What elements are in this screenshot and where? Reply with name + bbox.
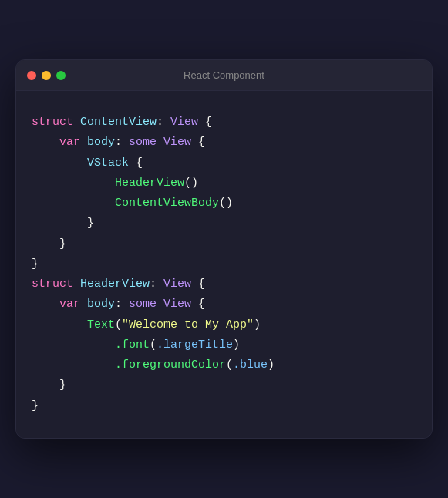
code-line-1: struct ContentView: View {	[32, 113, 413, 133]
code-line-13: .foregroundColor(.blue)	[32, 355, 413, 375]
maximize-button[interactable]	[56, 71, 66, 80]
titlebar: React Component	[16, 60, 432, 91]
code-line-11: Text("Welcome to My App")	[32, 315, 413, 335]
code-line-10: var body: some View {	[32, 294, 413, 315]
code-line-2: var body: some View {	[32, 133, 413, 153]
code-line-9: struct HeaderView: View {	[32, 274, 413, 294]
code-line-5: ContentViewBody()	[32, 193, 413, 214]
minimize-button[interactable]	[42, 71, 51, 80]
code-editor-window: React Component struct ContentView: View…	[15, 59, 433, 439]
close-button[interactable]	[27, 71, 36, 80]
code-line-14: }	[32, 375, 413, 395]
traffic-lights	[27, 71, 66, 80]
code-line-3: VStack {	[32, 153, 413, 173]
code-line-6: }	[32, 214, 413, 234]
code-line-12: .font(.largeTitle)	[32, 335, 413, 355]
code-line-7: }	[32, 234, 413, 254]
code-line-15: }	[32, 396, 413, 416]
window-title: React Component	[184, 69, 264, 81]
code-line-8: }	[32, 254, 413, 274]
code-content: struct ContentView: View { var body: som…	[16, 91, 432, 438]
code-line-4: HeaderView()	[32, 173, 413, 193]
